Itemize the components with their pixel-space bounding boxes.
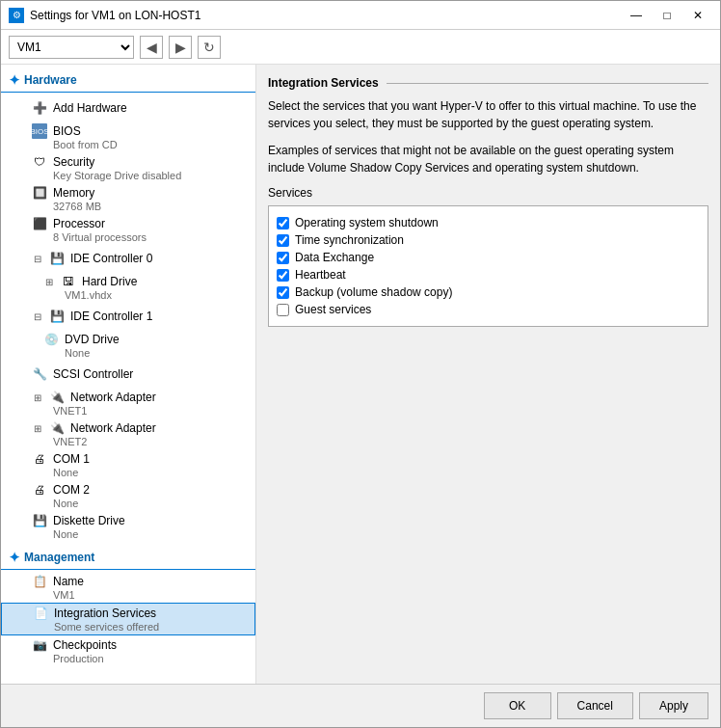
sidebar-item-hard-drive[interactable]: ⊞ 🖫 Hard Drive VM1.vhdx	[1, 272, 255, 303]
sidebar-item-security[interactable]: 🛡 Security Key Storage Drive disabled	[1, 152, 255, 183]
sidebar-item-network-adapter-2[interactable]: ⊞ 🔌 Network Adapter VNET2	[1, 418, 255, 449]
window-title: Settings for VM1 on LON-HOST1	[30, 9, 622, 22]
integration-services-panel: Integration Services Select the services…	[268, 76, 708, 327]
sidebar-item-diskette[interactable]: 💾 Diskette Drive None	[1, 511, 255, 542]
window-controls: — □ ✕	[622, 6, 712, 25]
diskette-icon: 💾	[32, 513, 47, 528]
right-panel: Integration Services Select the services…	[256, 65, 720, 684]
sidebar-item-bios[interactable]: BIOS BIOS Boot from CD	[1, 121, 255, 152]
name-icon: 📋	[32, 574, 47, 589]
settings-window: ⚙ Settings for VM1 on LON-HOST1 — □ ✕ VM…	[0, 0, 721, 728]
minimize-button[interactable]: —	[622, 6, 651, 25]
back-button[interactable]: ◀	[140, 36, 163, 59]
cancel-button[interactable]: Cancel	[557, 692, 633, 719]
backup-checkbox[interactable]	[277, 286, 289, 299]
sidebar-item-processor[interactable]: ⬛ Processor 8 Virtual processors	[1, 214, 255, 245]
ide1-icon: 💾	[49, 309, 65, 324]
maximize-button[interactable]: □	[653, 6, 681, 25]
services-label: Services	[268, 186, 708, 200]
bios-icon: BIOS	[32, 123, 47, 139]
management-section-header: ✦ Management	[1, 546, 255, 570]
data-exchange-label: Data Exchange	[295, 251, 374, 264]
services-box: Operating system shutdown Time synchroni…	[268, 205, 708, 327]
refresh-button[interactable]: ↻	[198, 36, 221, 59]
os-shutdown-checkbox[interactable]	[277, 217, 289, 229]
apply-button[interactable]: Apply	[639, 692, 708, 719]
data-exchange-checkbox[interactable]	[277, 252, 289, 264]
content-area: ✦ Hardware ➕ Add Hardware BIOS BIOS Boot…	[1, 65, 720, 684]
sidebar: ✦ Hardware ➕ Add Hardware BIOS BIOS Boot…	[1, 65, 256, 684]
panel-description-1: Select the services that you want Hyper-…	[268, 97, 708, 132]
hardware-section-header: ✦ Hardware	[1, 68, 255, 93]
com2-icon: 🖨	[32, 482, 47, 498]
close-button[interactable]: ✕	[683, 6, 712, 25]
sidebar-item-com2[interactable]: 🖨 COM 2 None	[1, 480, 255, 511]
sidebar-item-dvd-drive[interactable]: 💿 DVD Drive None	[1, 330, 255, 361]
ide1-expander[interactable]: ⊟	[32, 310, 43, 322]
guest-services-label: Guest services	[295, 303, 371, 316]
integration-icon: 📄	[33, 606, 48, 621]
net2-expander[interactable]: ⊞	[32, 422, 43, 434]
sidebar-item-ide-controller-1[interactable]: ⊟ 💾 IDE Controller 1	[1, 303, 255, 330]
bottom-bar: OK Cancel Apply	[1, 684, 720, 727]
title-bar: ⚙ Settings for VM1 on LON-HOST1 — □ ✕	[1, 1, 720, 30]
service-data-exchange[interactable]: Data Exchange	[277, 249, 700, 266]
network2-icon: 🔌	[49, 420, 65, 436]
heartbeat-label: Heartbeat	[295, 268, 346, 282]
ide0-icon: 💾	[49, 251, 65, 266]
service-backup[interactable]: Backup (volume shadow copy)	[277, 283, 700, 301]
ok-button[interactable]: OK	[484, 692, 551, 719]
scsi-icon: 🔧	[32, 366, 47, 382]
sidebar-item-com1[interactable]: 🖨 COM 1 None	[1, 449, 255, 480]
panel-description-2: Examples of services that might not be a…	[268, 142, 708, 176]
net1-expander[interactable]: ⊞	[32, 391, 43, 403]
sidebar-item-checkpoints[interactable]: 📷 Checkpoints Production	[1, 635, 255, 666]
sidebar-item-integration-services[interactable]: 📄 Integration Services Some services off…	[1, 603, 255, 635]
service-os-shutdown[interactable]: Operating system shutdown	[277, 214, 700, 231]
add-hardware-icon: ➕	[32, 100, 47, 116]
service-heartbeat[interactable]: Heartbeat	[277, 266, 700, 283]
sidebar-item-name[interactable]: 📋 Name VM1	[1, 572, 255, 603]
time-sync-label: Time synchronization	[295, 233, 404, 247]
management-star-icon: ✦	[9, 550, 20, 565]
time-sync-checkbox[interactable]	[277, 234, 289, 247]
processor-icon: ⬛	[32, 216, 47, 231]
heartbeat-checkbox[interactable]	[277, 269, 289, 282]
security-icon: 🛡	[32, 154, 47, 170]
service-guest-services[interactable]: Guest services	[277, 301, 700, 318]
panel-section-header: Integration Services	[268, 76, 708, 90]
dvd-icon: 💿	[43, 332, 59, 347]
sidebar-item-memory[interactable]: 🔲 Memory 32768 MB	[1, 183, 255, 214]
sidebar-item-scsi-controller[interactable]: 🔧 SCSI Controller	[1, 361, 255, 388]
forward-button[interactable]: ▶	[169, 36, 192, 59]
vm-selector[interactable]: VM1	[9, 36, 134, 59]
guest-services-checkbox[interactable]	[277, 304, 289, 316]
sidebar-item-ide-controller-0[interactable]: ⊟ 💾 IDE Controller 0	[1, 245, 255, 272]
com1-icon: 🖨	[32, 451, 47, 467]
backup-label: Backup (volume shadow copy)	[295, 285, 452, 299]
hdd-expander[interactable]: ⊞	[43, 276, 55, 287]
ide0-expander[interactable]: ⊟	[32, 253, 43, 264]
toolbar: VM1 ◀ ▶ ↻	[1, 30, 720, 65]
hdd-icon: 🖫	[61, 274, 76, 289]
sidebar-item-add-hardware[interactable]: ➕ Add Hardware	[1, 94, 255, 121]
checkpoints-icon: 📷	[32, 637, 47, 653]
sidebar-item-network-adapter-1[interactable]: ⊞ 🔌 Network Adapter VNET1	[1, 388, 255, 418]
memory-icon: 🔲	[32, 185, 47, 201]
os-shutdown-label: Operating system shutdown	[295, 216, 439, 229]
network1-icon: 🔌	[49, 390, 65, 405]
service-time-sync[interactable]: Time synchronization	[277, 231, 700, 249]
window-icon: ⚙	[9, 8, 24, 23]
hardware-star-icon: ✦	[9, 72, 20, 88]
